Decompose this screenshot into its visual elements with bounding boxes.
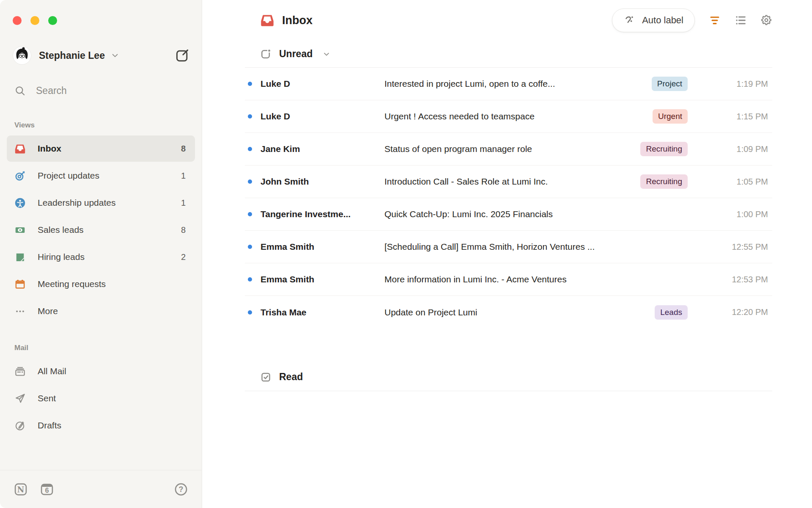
chevron-down-icon <box>111 51 119 60</box>
compose-button[interactable] <box>175 48 190 63</box>
svg-text:?: ? <box>179 485 184 494</box>
email-list-unread: Luke D Interested in project Lumi, open … <box>245 68 772 329</box>
sidebar-item-label: Project updates <box>38 171 181 181</box>
checkbox-checked-icon <box>260 371 272 383</box>
target-icon <box>14 170 26 182</box>
unread-dot-icon <box>248 310 252 315</box>
unread-count-badge: 8 <box>181 225 186 235</box>
read-section-label: Read <box>279 371 303 383</box>
email-sender: Luke D <box>261 111 384 121</box>
email-time: 12:55 PM <box>688 242 772 252</box>
inbox-icon <box>14 143 26 155</box>
sidebar-item-label: Leadership updates <box>38 198 181 208</box>
minimize-window-button[interactable] <box>30 16 39 25</box>
help-icon[interactable]: ? <box>174 482 188 497</box>
sidebar-item-all-mail[interactable]: All Mail <box>7 358 195 384</box>
email-row[interactable]: Trisha Mae Update on Project Lumi Leads … <box>245 296 772 329</box>
email-tag[interactable]: Project <box>652 77 688 91</box>
sidebar-item-meeting-requests[interactable]: Meeting requests <box>7 271 195 297</box>
sidebar-item-more[interactable]: More <box>7 298 195 324</box>
sidebar: Stephanie Lee Search Views <box>0 0 202 508</box>
unread-dot-icon <box>248 245 252 249</box>
unread-square-badge-icon <box>260 48 272 60</box>
unread-count-badge: 1 <box>181 198 186 208</box>
email-sender: Emma Smith <box>261 274 384 284</box>
email-tag[interactable]: Recruiting <box>640 142 688 156</box>
sidebar-item-sent[interactable]: Sent <box>7 385 195 411</box>
email-sender: John Smith <box>261 177 384 187</box>
unread-dot-icon <box>248 277 252 282</box>
email-row[interactable]: Luke D Urgent ! Access needed to teamspa… <box>245 100 772 133</box>
sidebar-footer: N 6 ? <box>0 470 202 508</box>
sidebar-item-inbox[interactable]: Inbox 8 <box>7 135 195 162</box>
page-title: Inbox <box>282 14 313 27</box>
unread-count-badge: 2 <box>181 252 186 262</box>
unread-count-badge: 8 <box>181 144 186 154</box>
email-row[interactable]: Tangerine Investme... Quick Catch-Up: Lu… <box>245 198 772 231</box>
sidebar-item-leadership-updates[interactable]: Leadership updates 1 <box>7 190 195 216</box>
magic-wand-icon <box>623 14 636 27</box>
email-tag[interactable]: Urgent <box>653 109 688 124</box>
unread-section-header[interactable]: Unread <box>245 41 772 68</box>
read-section-header[interactable]: Read <box>245 363 772 391</box>
sidebar-item-sales-leads[interactable]: Sales leads 8 <box>7 217 195 243</box>
sidebar-item-drafts[interactable]: Drafts <box>7 412 195 439</box>
inbox-icon <box>260 13 274 28</box>
person-icon <box>14 197 26 209</box>
unread-dot-icon <box>248 114 252 119</box>
mail-section-label: Mail <box>14 344 202 352</box>
email-subject: Update on Project Lumi <box>384 307 655 318</box>
unread-dot-icon <box>248 179 252 184</box>
sidebar-item-project-updates[interactable]: Project updates 1 <box>7 163 195 189</box>
main-content: Inbox Auto label <box>202 0 812 508</box>
sidebar-item-label: Hiring leads <box>38 252 181 262</box>
email-time: 12:53 PM <box>688 275 772 284</box>
email-row[interactable]: Luke D Interested in project Lumi, open … <box>245 68 772 100</box>
email-row[interactable]: John Smith Introduction Call - Sales Rol… <box>245 166 772 198</box>
unread-dot-icon <box>248 147 252 151</box>
email-sender: Trisha Mae <box>261 307 384 318</box>
email-row[interactable]: Emma Smith [Scheduling a Call] Emma Smit… <box>245 231 772 263</box>
notion-app-icon[interactable]: N <box>14 482 28 497</box>
email-time: 1:15 PM <box>688 112 772 121</box>
search-placeholder: Search <box>36 85 67 97</box>
window-controls <box>0 0 202 25</box>
sidebar-item-label: Sales leads <box>38 225 181 235</box>
svg-text:N: N <box>17 485 25 494</box>
zoom-window-button[interactable] <box>48 16 57 25</box>
close-window-button[interactable] <box>13 16 22 25</box>
views-nav: Inbox 8 Project updates 1 Leadership upd… <box>0 135 202 325</box>
avatar <box>13 46 31 65</box>
email-time: 12:20 PM <box>688 307 772 317</box>
search-icon <box>14 85 26 97</box>
email-subject: Interested in project Lumi, open to a co… <box>384 79 652 89</box>
sidebar-item-hiring-leads[interactable]: Hiring leads 2 <box>7 244 195 270</box>
list-view-icon[interactable] <box>735 14 746 26</box>
email-row[interactable]: Emma Smith More information in Lumi Inc.… <box>245 263 772 296</box>
email-subject: Urgent ! Access needed to teamspace <box>384 111 653 121</box>
sidebar-item-label: Inbox <box>38 144 181 154</box>
all-mail-icon <box>14 366 26 377</box>
settings-gear-icon[interactable] <box>760 14 772 26</box>
mail-nav: All Mail Sent Drafts <box>0 358 202 439</box>
account-switcher[interactable]: Stephanie Lee <box>13 46 190 65</box>
inbox-header: Inbox Auto label <box>245 0 772 41</box>
svg-text:6: 6 <box>45 486 49 494</box>
unread-section-label: Unread <box>279 48 313 60</box>
sidebar-item-label: More <box>38 306 186 316</box>
email-subject: [Scheduling a Call] Emma Smith, Horizon … <box>384 242 688 252</box>
email-row[interactable]: Jane Kim Status of open program manager … <box>245 133 772 166</box>
email-sender: Emma Smith <box>261 242 384 252</box>
email-subject: Quick Catch-Up: Lumi Inc. 2025 Financial… <box>384 209 688 219</box>
email-time: 1:05 PM <box>688 177 772 187</box>
notion-calendar-app-icon[interactable]: 6 <box>40 482 54 497</box>
search-input[interactable]: Search <box>14 85 189 97</box>
chevron-down-icon <box>323 50 330 58</box>
unread-dot-icon <box>248 82 252 86</box>
email-time: 1:09 PM <box>688 144 772 154</box>
filter-icon[interactable] <box>709 14 721 26</box>
email-tag[interactable]: Leads <box>655 305 688 320</box>
email-time: 1:00 PM <box>688 210 772 219</box>
auto-label-button[interactable]: Auto label <box>612 8 695 32</box>
email-tag[interactable]: Recruiting <box>640 174 688 189</box>
